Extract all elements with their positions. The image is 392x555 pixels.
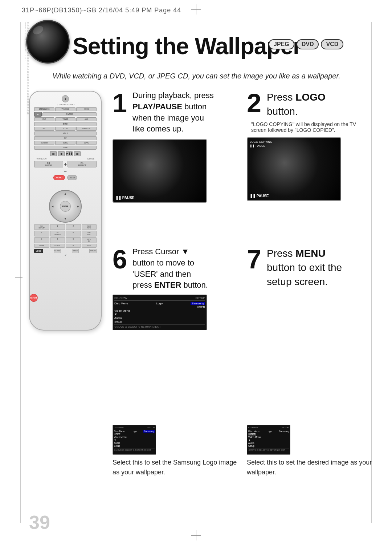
ms2-logo: Logo bbox=[266, 430, 271, 433]
zoom-button[interactable]: ZOOM bbox=[82, 244, 97, 248]
lens-decoration bbox=[26, 20, 70, 64]
logo-button[interactable]: LOGO bbox=[34, 249, 43, 253]
step-2-number: 2 bbox=[247, 90, 261, 116]
return-button[interactable]: RETURN bbox=[30, 294, 38, 302]
menu-button[interactable]: MENU bbox=[53, 175, 65, 180]
v-hip-button[interactable]: V-HIP bbox=[34, 146, 97, 150]
mode-p2-button[interactable]: P.1EFFECT bbox=[68, 161, 97, 167]
test-tone-button[interactable]: TESTTONE bbox=[82, 224, 97, 230]
mode-p1-button[interactable]: P.1MODE bbox=[34, 161, 63, 167]
dimmer-button[interactable]: DIMMER bbox=[42, 112, 97, 116]
sound-edit-button[interactable]: SNDEDIT bbox=[82, 231, 97, 236]
step-2: 2 Press LOGO button. "LOGO COPYING" will… bbox=[247, 90, 367, 201]
screen-row-6: Setup bbox=[114, 320, 205, 323]
band-button[interactable]: BAND bbox=[34, 122, 97, 126]
minus-button[interactable]: – bbox=[64, 168, 67, 174]
ms1-row5: Audio bbox=[114, 442, 155, 444]
remain-button[interactable]: REMAIN bbox=[89, 249, 97, 253]
remote-control-section: ⏻ TV DVD RECEIVER OPEN/CLOSE TV/VIDEO MO… bbox=[29, 91, 105, 338]
step-1: 1 During playback, press PLAY/PAUSE butt… bbox=[113, 90, 229, 203]
airgun-button[interactable]: AIRGUN bbox=[72, 249, 79, 253]
info-button[interactable]: INFO bbox=[67, 175, 77, 180]
step-6-line2: button to move to bbox=[132, 258, 194, 267]
ms2-setup: Setup bbox=[248, 445, 254, 447]
ms2-footer: ⊙MOVE ⊡ SELECT ⊙ RETURN ⊡ EXIT bbox=[248, 448, 289, 451]
num-6-button[interactable]: 6 bbox=[66, 231, 81, 236]
num-8-button[interactable]: 8 bbox=[50, 237, 65, 243]
power-button[interactable]: ⏻ bbox=[62, 95, 69, 102]
nav-left-button[interactable]: ◄ bbox=[51, 205, 54, 208]
movie-button[interactable]: MOVIE bbox=[76, 141, 97, 145]
step-7-number: 7 bbox=[247, 246, 261, 272]
num-7-button[interactable]: 7 bbox=[34, 237, 49, 243]
bottom-row: LOGO EZ VIEW AIRGUN REMAIN bbox=[34, 249, 97, 253]
ms1-header: CD-R/RW SETUP bbox=[114, 426, 155, 429]
isf-button[interactable]: ISF bbox=[34, 136, 97, 140]
md-lp-button[interactable]: MD/LP bbox=[34, 131, 97, 135]
aux-button[interactable]: AUX bbox=[76, 117, 97, 121]
asc-button[interactable]: ASC bbox=[34, 127, 54, 131]
ez-view-button[interactable]: EZ VIEW bbox=[54, 249, 61, 253]
tv-search-button[interactable]: TVSEARCH bbox=[50, 231, 65, 236]
ms2-arrow: ▼ bbox=[248, 439, 250, 441]
slow-button[interactable]: SLOW bbox=[55, 127, 75, 131]
step-1-pause-label: ❚❚ PAUSE bbox=[115, 196, 135, 200]
step-7-text: Press MENU button to exit the setup scre… bbox=[267, 246, 367, 289]
music-button[interactable]: MUSIC bbox=[55, 141, 75, 145]
stop-button[interactable]: ⏹ bbox=[58, 151, 65, 156]
sleep-button[interactable]: SLEEP bbox=[34, 244, 49, 248]
left-border bbox=[20, 22, 21, 523]
ms1-arrow: ▼ bbox=[114, 439, 116, 441]
cancel-button[interactable]: CANCEL bbox=[50, 244, 65, 248]
remote-control: ⏻ TV DVD RECEIVER OPEN/CLOSE TV/VIDEO MO… bbox=[29, 91, 102, 331]
virtual-button[interactable]: VIRTUAL bbox=[82, 237, 97, 243]
screen-row-3: Video Menu bbox=[114, 309, 205, 312]
caption-2-block: CD-R/RW SETUP Disc Menu Logo Samsung USE… bbox=[247, 425, 374, 477]
ms1-row3: Video Menu bbox=[114, 436, 155, 438]
step-6-text: Press Cursor ▼ button to move to 'USER' … bbox=[132, 246, 229, 291]
num-0-button[interactable]: 0 bbox=[66, 244, 81, 248]
ms1-mode: SETUP bbox=[147, 426, 155, 429]
subtitle-button[interactable]: SUB TITLE bbox=[76, 127, 97, 131]
prev-button[interactable]: ⏮ bbox=[50, 151, 57, 156]
tuner-button[interactable]: TUNER bbox=[55, 117, 75, 121]
mini-screen-2: CD-R/RW SETUP Disc Menu Logo Samsung USE… bbox=[247, 425, 290, 455]
nav-down-button[interactable]: ▼ bbox=[64, 217, 67, 220]
vol-tuning-row: TUNING/CH VOLUME bbox=[36, 158, 94, 160]
nav-right-button[interactable]: ► bbox=[77, 205, 79, 208]
nav-ring[interactable]: ▲ ▼ ◄ ► ENTER bbox=[49, 190, 82, 223]
step-2-text: Press LOGO button. bbox=[267, 90, 367, 118]
badge-jpeg: JPEG bbox=[269, 39, 294, 49]
superb-button[interactable]: SUPERB bbox=[34, 141, 54, 145]
screen-audio-label: Audio bbox=[114, 316, 122, 320]
caption-1-block: CD-R/RW SETUP Disc Menu Logo Samsung USE… bbox=[113, 425, 240, 477]
step-1-image: ❚❚ PAUSE bbox=[113, 139, 207, 203]
screen-source: CD-R/RW bbox=[114, 296, 127, 300]
plus-button[interactable]: + bbox=[64, 161, 67, 167]
pos-display-button[interactable]: POSDISPLAY bbox=[34, 224, 49, 230]
num-1-button[interactable]: 1 bbox=[50, 224, 65, 230]
step-6-number: 6 bbox=[113, 246, 127, 272]
file-info: 31P~68P(DB1350)~GB 2/16/04 5:49 PM Page … bbox=[22, 7, 181, 14]
num-9-button[interactable]: 9 bbox=[66, 237, 81, 243]
next-button[interactable]: ⏭ bbox=[74, 151, 81, 156]
transport-buttons: ⏮ ⏹ ▶❚❚ ⏭ bbox=[33, 151, 98, 156]
volume-label: VOLUME bbox=[87, 158, 94, 160]
num-2-button[interactable]: 2 bbox=[66, 224, 81, 230]
play-pause-button[interactable]: ▶❚❚ bbox=[66, 151, 73, 156]
page-number: 39 bbox=[29, 511, 50, 533]
ms2-disc: Disc Menu bbox=[248, 430, 260, 433]
nav-up-button[interactable]: ▲ bbox=[64, 192, 67, 195]
screen-logo-option: Logo bbox=[156, 302, 163, 305]
enter-button[interactable]: ENTER bbox=[60, 201, 71, 212]
ms1-video: Video Menu bbox=[114, 436, 127, 438]
eject-button[interactable]: ▲ bbox=[34, 112, 42, 117]
tv-video-button[interactable]: TV/VIDEO bbox=[55, 107, 75, 111]
step-6-line4: press bbox=[132, 280, 154, 289]
open-close-button[interactable]: OPEN/CLOSE bbox=[34, 107, 54, 111]
step-1-text: During playback, press PLAY/PAUSE button… bbox=[132, 90, 229, 135]
mode-button[interactable]: MODE bbox=[76, 107, 97, 111]
crosshair-bottom-icon bbox=[191, 530, 201, 540]
dvd-button[interactable]: DVD bbox=[34, 117, 54, 121]
num-4-button[interactable]: 4 bbox=[34, 231, 49, 236]
